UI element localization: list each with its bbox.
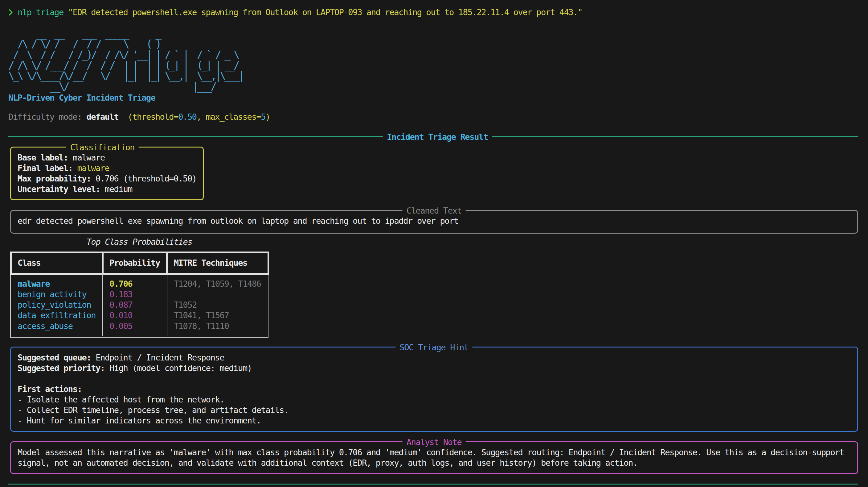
table-header-class: Class	[18, 258, 40, 268]
analyst-note-line: signal, not an automated decision, and v…	[18, 458, 638, 468]
analyst-panel-title: Analyst Note	[403, 437, 466, 447]
field-value: 0.706 (threshold=0.50)	[91, 174, 197, 183]
soc-priority-row: Suggested priority: High (model confiden…	[18, 363, 252, 373]
logo-row: __ __ ___ _____ _	[8, 28, 243, 39]
table-cell-mitre: T1078, T1110	[174, 321, 229, 332]
prompt-icon	[8, 7, 13, 17]
app-subtitle: NLP-Driven Cyber Incident Triage	[8, 93, 155, 103]
table-cell-probability: 0.183	[110, 289, 132, 300]
result-rule-title: Incident Triage Result	[383, 132, 492, 141]
settings-line: Difficulty mode: default (threshold=0.50…	[8, 112, 270, 122]
soc-queue-value: Endpoint / Incident Response	[91, 353, 224, 362]
threshold-prefix: (threshold=	[119, 112, 179, 122]
field-value: malware	[68, 153, 105, 162]
soc-action-item: - Isolate the affected host from the net…	[18, 394, 224, 405]
table-cell-class: benign_activity	[18, 289, 86, 300]
field-label: Final label:	[18, 163, 73, 173]
terminal-screen: { "terminal": { "prompt_symbol": "❯", "c…	[0, 0, 868, 487]
soc-action-item: - Hunt for similar indicators across the…	[18, 416, 261, 426]
bottom-rule-line	[8, 484, 858, 485]
classification-row: Max probability: 0.706 (threshold=0.50)	[8, 173, 197, 184]
table-title: Top Class Probabilities	[87, 237, 192, 247]
soc-priority-label: Suggested priority:	[18, 363, 105, 373]
classes-prefix: , max_classes=	[197, 112, 261, 122]
table-cell-class: malware	[18, 279, 50, 289]
soc-queue-label: Suggested queue:	[18, 353, 91, 362]
command-argument: "EDR detected powershell.exe spawning fr…	[63, 7, 582, 17]
table-cell-probability: 0.005	[110, 321, 132, 332]
cleaned-text-content: edr detected powershell exe spawning fro…	[18, 216, 458, 226]
analyst-note-line: Model assessed this narrative as 'malwar…	[18, 447, 844, 458]
soc-queue-row: Suggested queue: Endpoint / Incident Res…	[18, 352, 224, 363]
classification-row: Uncertainty level: medium	[8, 184, 132, 195]
logo-row: \_\ \/\____/\/__/ \/ |_| |_| \__,| \__,|…	[8, 71, 243, 81]
field-value: medium	[100, 184, 132, 194]
table-header-mitre: MITRE Techniques	[174, 258, 247, 268]
settings-mode: default	[86, 112, 118, 122]
table-column-divider	[102, 253, 103, 273]
field-label: Uncertainty level:	[18, 184, 100, 194]
soc-panel-title: SOC Triage Hint	[396, 342, 472, 352]
settings-label: Difficulty mode:	[8, 112, 86, 122]
command-line: nlp-triage "EDR detected powershell.exe …	[8, 7, 582, 18]
classification-row: Final label: malware	[8, 163, 110, 173]
logo-row: /\ / \/ / / _/ / \_ __(_) __ _ __ _ ___	[8, 39, 243, 49]
logo-row: __\/ |___/	[8, 82, 243, 92]
table-cell-class: policy_violation	[18, 300, 91, 310]
table-cell-probability: 0.706	[110, 279, 132, 289]
table-cell-mitre: T1052	[174, 300, 197, 310]
table-cell-mitre: T1204, T1059, T1486	[174, 279, 261, 289]
table-cell-mitre: –	[174, 289, 179, 300]
field-label: Max probability:	[18, 174, 91, 183]
field-label: Base label:	[18, 153, 68, 162]
classification-panel-title: Classification	[66, 142, 139, 152]
classification-row: Base label: malware	[8, 152, 105, 163]
table-cell-class: data_exfiltration	[18, 310, 96, 321]
field-value: malware	[73, 163, 110, 173]
soc-actions-header: First actions:	[18, 384, 82, 394]
classes-value: 5	[261, 112, 266, 122]
table-column-divider	[102, 274, 103, 336]
ascii-logo: __ __ ___ _____ _ /\ / \/ / / _/ / \_ __…	[8, 28, 243, 92]
table-cell-mitre: T1041, T1567	[174, 310, 229, 321]
logo-row: / \ / / / /_)/ / /\/ '__| | / ` | / ` / …	[8, 50, 243, 60]
command-name: nlp-triage	[13, 7, 63, 17]
cleaned-text-title: Cleaned Text	[403, 205, 466, 215]
table-header-probability: Probability	[110, 258, 160, 268]
table-cell-probability: 0.010	[110, 310, 132, 321]
table-cell-probability: 0.087	[110, 300, 132, 310]
table-column-divider	[167, 274, 167, 336]
soc-action-item: - Collect EDR timeline, process tree, an…	[18, 405, 288, 416]
threshold-value: 0.50	[178, 112, 197, 122]
table-cell-class: access_abuse	[18, 321, 73, 332]
table-column-divider	[166, 253, 168, 273]
paren-close: )	[266, 112, 270, 122]
logo-row: / /\ \/ /___/ / / / / | | | | (_| | (_| …	[8, 60, 243, 71]
soc-priority-value: High (model confidence: medium)	[105, 363, 252, 373]
